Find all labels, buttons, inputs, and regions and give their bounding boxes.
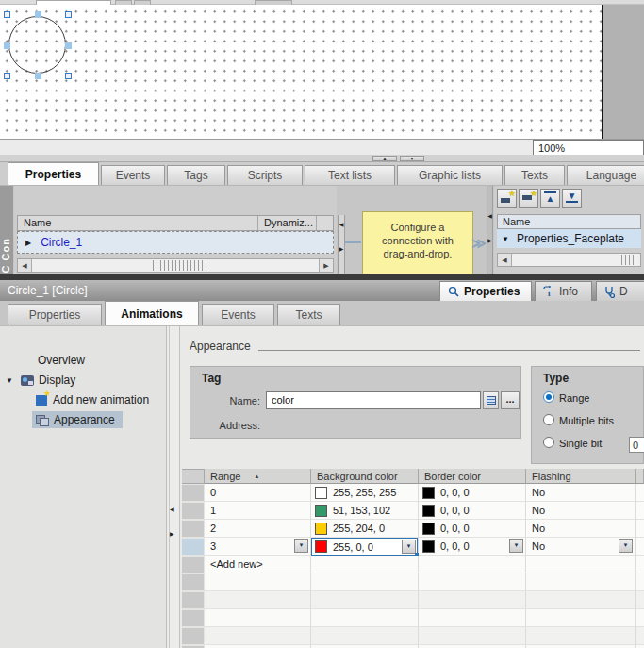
row-selector[interactable] bbox=[182, 591, 205, 609]
tab-graphic-lists[interactable]: Graphic lists bbox=[397, 165, 503, 185]
collapse-left-icon[interactable]: ◀ bbox=[339, 221, 344, 227]
tab-texts-cat[interactable]: Texts bbox=[277, 304, 340, 325]
row-selector[interactable] bbox=[182, 573, 205, 591]
tab-language[interactable]: Language bbox=[567, 165, 644, 185]
radio-single-bit-label[interactable]: Single bit bbox=[559, 438, 602, 449]
header-flashing[interactable]: Flashing bbox=[526, 469, 636, 484]
flashing-cell[interactable]: No bbox=[526, 484, 636, 502]
flashing-cell[interactable]: No bbox=[526, 502, 636, 520]
resize-handle-ne[interactable] bbox=[65, 11, 72, 18]
screen-canvas[interactable] bbox=[0, 5, 644, 139]
mini-splitter-right[interactable]: ◀ ▶ bbox=[487, 186, 493, 274]
background-color-cell-editing[interactable]: 255, 0, 0 ▼ bbox=[311, 538, 419, 556]
row-selector[interactable] bbox=[182, 609, 205, 627]
tab-animations[interactable]: Animations bbox=[105, 301, 199, 325]
collapse-right-icon[interactable]: ▶ bbox=[487, 237, 492, 243]
row-selector[interactable] bbox=[182, 484, 205, 502]
pane-tab-properties[interactable]: Properties bbox=[439, 281, 532, 301]
border-color-cell[interactable]: 0, 0, 0 bbox=[419, 502, 526, 520]
flashing-cell[interactable]: No bbox=[526, 520, 636, 538]
collapse-left-icon[interactable]: ◀ bbox=[487, 212, 492, 219]
splitter-collapse-down-button[interactable]: ▼ bbox=[400, 156, 424, 161]
flashing-cell[interactable]: No▼ bbox=[526, 538, 636, 556]
header-border-color[interactable]: Border color bbox=[419, 469, 526, 484]
expand-icon[interactable]: ▶ bbox=[25, 239, 31, 247]
range-cell[interactable]: 3▼ bbox=[205, 538, 311, 556]
resize-handle-nw[interactable] bbox=[4, 11, 10, 18]
splitter-collapse-up-button[interactable]: ▲ bbox=[372, 156, 397, 161]
add-category-button[interactable]: ★ bbox=[519, 189, 538, 208]
tab-texts[interactable]: Texts bbox=[504, 165, 565, 185]
add-new-row[interactable]: <Add new> bbox=[182, 556, 644, 573]
collapse-right-icon[interactable]: ▶ bbox=[170, 530, 174, 537]
left-panel-hscrollbar[interactable]: ◀ ▶ bbox=[17, 258, 334, 273]
tab-text-lists[interactable]: Text lists bbox=[305, 165, 395, 185]
background-dropdown-icon[interactable]: ▼ bbox=[402, 540, 416, 554]
horizontal-splitter[interactable]: ▲ ▼ bbox=[0, 155, 644, 162]
circle-selection-box[interactable] bbox=[7, 14, 69, 76]
scroll-left-icon[interactable]: ◀ bbox=[498, 254, 512, 266]
radio-multiple-bits[interactable] bbox=[543, 414, 554, 425]
tab-events[interactable]: Events bbox=[101, 165, 165, 185]
resize-handle-s[interactable] bbox=[35, 73, 41, 79]
resize-handle-se[interactable] bbox=[65, 73, 72, 79]
radio-range[interactable] bbox=[543, 391, 554, 403]
tab-events-cat[interactable]: Events bbox=[202, 304, 274, 325]
header-background-color[interactable]: Background color bbox=[311, 469, 419, 484]
resize-handle-sw[interactable] bbox=[4, 73, 10, 79]
row-selector[interactable] bbox=[182, 520, 205, 538]
border-color-cell[interactable]: 0, 0, 0▼ bbox=[419, 538, 526, 556]
collapse-right-icon[interactable]: ▶ bbox=[339, 245, 344, 252]
table-row-0[interactable]: 0 255, 255, 255 0, 0, 0 No bbox=[182, 484, 644, 502]
move-up-button[interactable]: ▲ bbox=[540, 189, 560, 208]
tab-scripts[interactable]: Scripts bbox=[227, 165, 303, 185]
collapse-icon[interactable]: ▼ bbox=[502, 235, 509, 243]
tab-tags[interactable]: Tags bbox=[167, 165, 225, 185]
faceplate-name-header[interactable]: Name bbox=[497, 214, 641, 229]
nav-item-add-new-animation[interactable]: Add new animation bbox=[36, 391, 149, 408]
scroll-thumb[interactable] bbox=[621, 255, 636, 265]
border-dropdown-icon[interactable]: ▼ bbox=[509, 539, 523, 553]
add-new-cell[interactable]: <Add new> bbox=[205, 556, 311, 573]
range-cell[interactable]: 1 bbox=[205, 502, 311, 520]
tab-properties-cat[interactable]: Properties bbox=[8, 304, 102, 325]
tag-browse-button[interactable]: ... bbox=[501, 391, 520, 409]
resize-handle-e[interactable] bbox=[65, 42, 72, 49]
nav-item-overview[interactable]: Overview bbox=[38, 352, 85, 369]
move-down-button[interactable]: ▼ bbox=[562, 189, 582, 208]
tag-list-button[interactable] bbox=[483, 391, 499, 409]
circle-shape[interactable] bbox=[8, 16, 66, 74]
mini-splitter-left[interactable]: ◀ ▶ bbox=[338, 215, 345, 274]
row-selector[interactable] bbox=[182, 556, 205, 573]
collapse-icon[interactable]: ▼ bbox=[6, 376, 13, 385]
table-row-2[interactable]: 2 255, 204, 0 0, 0, 0 No bbox=[182, 520, 644, 538]
range-cell[interactable]: 0 bbox=[205, 484, 311, 502]
table-row-1[interactable]: 1 51, 153, 102 0, 0, 0 No bbox=[182, 502, 644, 520]
range-cell[interactable]: 2 bbox=[205, 520, 311, 538]
scroll-track[interactable] bbox=[32, 259, 319, 272]
screen-object-row-circle1[interactable]: ▶ Circle_1 bbox=[17, 231, 334, 254]
row-selector[interactable] bbox=[182, 538, 205, 556]
nav-splitter[interactable]: ◀ ▶ bbox=[167, 326, 180, 648]
pane-tab-diagnostics[interactable]: D bbox=[596, 281, 644, 301]
nav-item-display[interactable]: ▼ Display bbox=[6, 372, 75, 389]
header-range[interactable]: Range▲ bbox=[205, 469, 311, 484]
tab-properties[interactable]: Properties bbox=[8, 162, 99, 185]
faceplate-row[interactable]: ▼ Properties_Faceplate bbox=[497, 229, 641, 248]
row-selector[interactable] bbox=[182, 627, 205, 645]
nav-item-appearance[interactable]: Appearance bbox=[36, 411, 115, 428]
scroll-right-icon[interactable]: ▶ bbox=[319, 259, 333, 272]
resize-handle-n[interactable] bbox=[35, 11, 41, 18]
color-editor[interactable]: 255, 0, 0 ▼ bbox=[311, 538, 418, 556]
right-panel-hscrollbar[interactable]: ◀ bbox=[497, 253, 641, 267]
add-property-button[interactable]: ★ bbox=[497, 189, 517, 208]
table-row-3-selected[interactable]: 3▼ 255, 0, 0 ▼ 0, 0, 0▼ No▼ bbox=[182, 538, 644, 556]
background-color-cell[interactable]: 255, 204, 0 bbox=[311, 520, 419, 538]
single-bit-value-input[interactable]: 0 bbox=[629, 437, 644, 453]
column-header-dynamization[interactable]: Dynamiz... bbox=[258, 216, 317, 230]
scroll-thumb[interactable] bbox=[153, 260, 209, 271]
background-color-cell[interactable]: 51, 153, 102 bbox=[311, 502, 419, 520]
connections-side-tab[interactable]: C Con bbox=[0, 186, 13, 274]
collapse-left-icon[interactable]: ◀ bbox=[170, 506, 174, 512]
row-selector[interactable] bbox=[182, 502, 205, 520]
